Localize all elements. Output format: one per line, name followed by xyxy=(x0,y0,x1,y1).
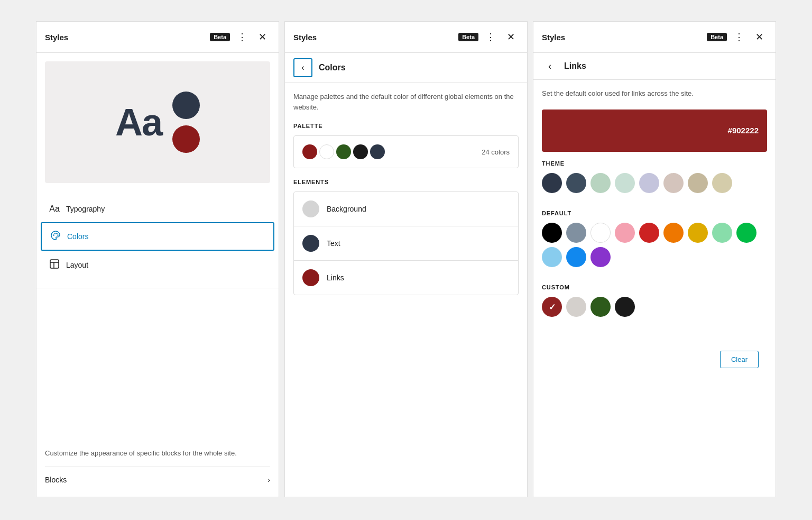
svg-point-3 xyxy=(57,234,59,236)
links-back-button[interactable]: ‹ xyxy=(542,58,558,74)
text-color-circle xyxy=(302,235,319,252)
theme-swatch-2[interactable] xyxy=(566,173,586,193)
color-preview-bar[interactable]: #902222 xyxy=(542,110,767,152)
panel1-close-button[interactable]: ✕ xyxy=(254,29,270,45)
panel-links: Styles Beta ⋮ ✕ ‹ Links Set the default … xyxy=(533,21,776,497)
menu-item-colors[interactable]: Colors xyxy=(41,222,274,251)
panel3-more-button[interactable]: ⋮ xyxy=(731,29,747,45)
panel3-header: Styles Beta ⋮ ✕ xyxy=(533,22,776,53)
menu-item-layout[interactable]: Layout xyxy=(41,252,274,278)
colors-icon xyxy=(50,231,61,242)
panel2-actions: ⋮ ✕ xyxy=(483,29,519,45)
custom-swatch-darkgreen[interactable] xyxy=(590,297,611,317)
links-section-title: Links xyxy=(560,61,590,71)
theme-swatches xyxy=(542,173,767,193)
theme-swatch-1[interactable] xyxy=(542,173,562,193)
panel3-close-button[interactable]: ✕ xyxy=(751,29,767,45)
links-back-header: ‹ Links xyxy=(533,53,776,80)
default-colors-section: DEFAULT xyxy=(542,210,767,284)
panel2-title: Styles xyxy=(293,33,454,42)
theme-colors-section: THEME xyxy=(542,160,767,210)
panel1-actions: ⋮ ✕ xyxy=(234,29,270,45)
custom-swatch-darkblack[interactable] xyxy=(615,297,635,317)
background-label: Background xyxy=(327,205,366,213)
panel2-beta: Beta xyxy=(458,33,478,41)
custom-label: CUSTOM xyxy=(542,284,767,290)
styles-menu: Aa Typography Colors xyxy=(36,191,279,284)
colors-content: Manage palettes and the default color of… xyxy=(285,83,527,304)
blocks-arrow-icon: › xyxy=(267,476,270,484)
default-swatch-purple[interactable] xyxy=(590,247,611,267)
panel-colors: Styles Beta ⋮ ✕ ‹ Colors Manage palettes… xyxy=(284,21,528,497)
panel1-more-button[interactable]: ⋮ xyxy=(234,29,250,45)
panel1-divider xyxy=(36,288,279,288)
theme-swatch-5[interactable] xyxy=(639,173,659,193)
layout-label: Layout xyxy=(66,261,266,269)
custom-swatch-lightgray[interactable] xyxy=(566,297,586,317)
panel3-beta: Beta xyxy=(707,33,727,41)
links-desc: Set the default color used for links acr… xyxy=(542,88,767,99)
pal-circle-3 xyxy=(336,144,351,159)
default-swatch-blue[interactable] xyxy=(566,247,586,267)
panel1-beta: Beta xyxy=(210,33,230,41)
typography-icon: Aa xyxy=(49,204,60,214)
theme-swatch-7[interactable] xyxy=(688,173,708,193)
default-swatch-orange[interactable] xyxy=(663,223,684,243)
theme-swatch-6[interactable] xyxy=(663,173,684,193)
pal-circle-4 xyxy=(353,144,368,159)
default-swatch-red[interactable] xyxy=(639,223,659,243)
colors-desc: Manage palettes and the default color of… xyxy=(293,92,519,112)
clear-section: Clear xyxy=(533,342,776,381)
panel2-more-button[interactable]: ⋮ xyxy=(483,29,499,45)
panel3-title: Styles xyxy=(542,33,703,42)
elements-box: Background Text Links xyxy=(293,191,519,295)
panel1-title: Styles xyxy=(45,33,206,42)
pal-circle-5 xyxy=(370,144,385,159)
custom-swatches xyxy=(542,297,767,317)
custom-swatch-selected[interactable] xyxy=(542,297,562,317)
links-label: Links xyxy=(327,273,344,282)
preview-text: Aa xyxy=(115,101,162,144)
pal-circle-1 xyxy=(302,144,317,159)
custom-colors-section: CUSTOM xyxy=(542,284,767,334)
theme-swatch-8[interactable] xyxy=(712,173,732,193)
default-swatch-lightgreen[interactable] xyxy=(712,223,732,243)
palette-label: PALETTE xyxy=(293,123,519,129)
default-swatch-yellow[interactable] xyxy=(688,223,708,243)
menu-item-typography[interactable]: Aa Typography xyxy=(41,197,274,221)
theme-swatch-4[interactable] xyxy=(615,173,635,193)
element-background[interactable]: Background xyxy=(294,192,518,226)
panel-styles-main: Styles Beta ⋮ ✕ Aa Aa Typography xyxy=(36,21,279,497)
colors-section-title: Colors xyxy=(315,63,350,72)
clear-button[interactable]: Clear xyxy=(720,351,759,368)
text-label: Text xyxy=(327,239,340,248)
element-text[interactable]: Text xyxy=(294,226,518,261)
elements-label: ELEMENTS xyxy=(293,179,519,185)
panel2-close-button[interactable]: ✕ xyxy=(503,29,519,45)
pal-circle-2 xyxy=(319,144,334,159)
links-color-circle xyxy=(302,269,319,286)
blocks-link[interactable]: Blocks › xyxy=(45,467,270,488)
default-swatch-black[interactable] xyxy=(542,223,562,243)
svg-point-0 xyxy=(53,234,54,236)
blocks-label: Blocks xyxy=(45,476,67,484)
element-links[interactable]: Links xyxy=(294,261,518,295)
svg-point-2 xyxy=(56,233,58,234)
default-swatch-white[interactable] xyxy=(590,223,611,243)
palette-box[interactable]: 24 colors xyxy=(293,135,519,168)
default-swatch-gray[interactable] xyxy=(566,223,586,243)
footer-description: Customize the appearance of specific blo… xyxy=(45,448,270,459)
styles-preview: Aa xyxy=(45,61,270,183)
layout-icon xyxy=(49,259,60,271)
theme-swatch-3[interactable] xyxy=(590,173,611,193)
default-swatch-lightblue[interactable] xyxy=(542,247,562,267)
colors-back-button[interactable]: ‹ xyxy=(293,58,312,77)
default-swatch-pink[interactable] xyxy=(615,223,635,243)
default-swatch-green[interactable] xyxy=(736,223,756,243)
background-color-circle xyxy=(302,200,319,217)
default-label: DEFAULT xyxy=(542,210,767,216)
typography-label: Typography xyxy=(66,205,266,213)
svg-rect-4 xyxy=(50,260,59,268)
palette-count: 24 colors xyxy=(482,148,510,156)
panel3-actions: ⋮ ✕ xyxy=(731,29,767,45)
